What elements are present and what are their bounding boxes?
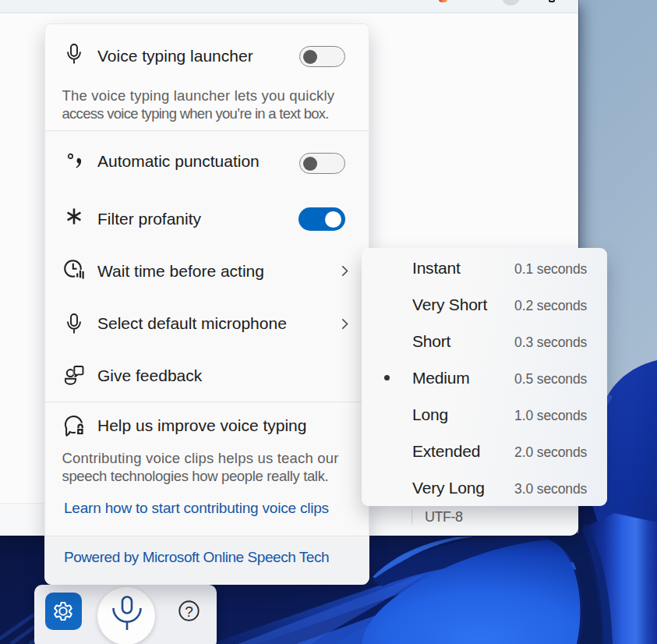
svg-text:?: ?: [185, 603, 193, 620]
